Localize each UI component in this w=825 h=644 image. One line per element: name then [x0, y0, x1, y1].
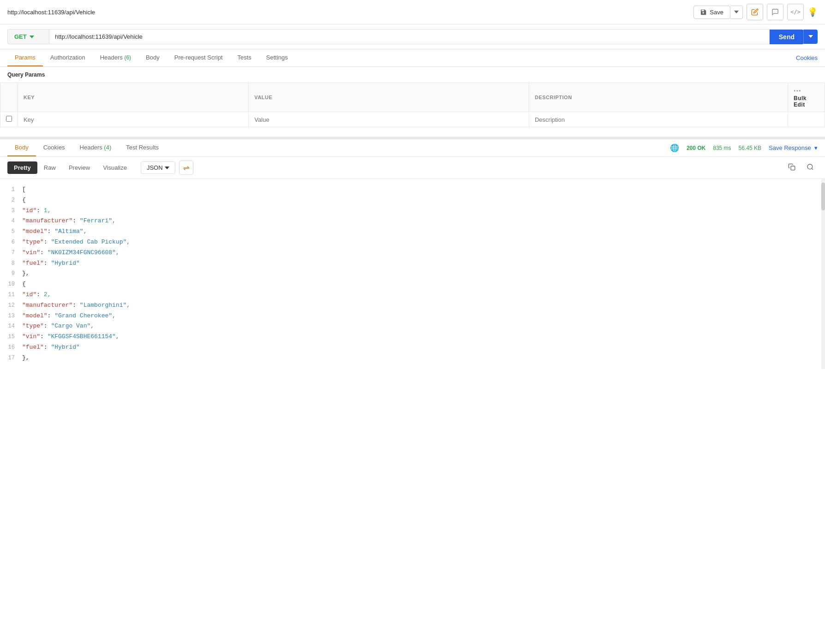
line-number: 5: [0, 227, 22, 236]
line-content: },: [22, 269, 825, 279]
send-label: Send: [779, 33, 795, 41]
code-button[interactable]: </>: [787, 4, 804, 20]
json-line: 4 "manufacturer": "Ferrari",: [0, 216, 825, 227]
method-select[interactable]: GET: [7, 29, 49, 44]
value-input[interactable]: [254, 116, 523, 123]
wrap-button[interactable]: ⇌: [179, 161, 193, 175]
globe-icon: 🌐: [670, 143, 679, 152]
tab-pre-request-script[interactable]: Pre-request Script: [167, 49, 230, 66]
value-cell[interactable]: [249, 112, 529, 127]
response-tab-cookies[interactable]: Cookies: [36, 139, 72, 156]
tab-tests[interactable]: Tests: [230, 49, 259, 66]
format-tab-raw[interactable]: Raw: [37, 161, 62, 174]
response-tab-body[interactable]: Body: [7, 139, 36, 156]
send-button[interactable]: Send: [770, 30, 804, 44]
json-line: 12 "manufacturer": "Lamborghini",: [0, 300, 825, 311]
cookies-link[interactable]: Cookies: [796, 50, 818, 66]
comment-icon: [771, 8, 779, 16]
col-desc: DESCRIPTION: [529, 83, 788, 112]
desc-cell[interactable]: [529, 112, 788, 127]
method-label: GET: [14, 33, 27, 40]
line-content: "manufacturer": "Lamborghini",: [22, 301, 825, 310]
response-status: 🌐 200 OK 835 ms 56.45 KB Save Response ▾: [670, 143, 818, 152]
scroll-indicator[interactable]: [821, 179, 825, 369]
tab-settings[interactable]: Settings: [259, 49, 295, 66]
json-line: 11 "id": 2,: [0, 290, 825, 300]
json-line: 3 "id": 1,: [0, 206, 825, 216]
save-icon: [700, 9, 707, 15]
json-line: 13 "model": "Grand Cherokee",: [0, 311, 825, 322]
comment-button[interactable]: [767, 4, 783, 20]
key-input[interactable]: [24, 116, 243, 123]
line-number: 9: [0, 269, 22, 278]
json-line: 1[: [0, 185, 825, 195]
request-tabs: Params Authorization Headers (6) Body Pr…: [0, 49, 825, 67]
line-content: "type": "Cargo Van",: [22, 322, 825, 331]
save-response-button[interactable]: Save Response ▾: [769, 144, 818, 151]
svg-rect-0: [791, 166, 795, 170]
json-line: 2 {: [0, 195, 825, 206]
more-options-icon[interactable]: ···: [794, 87, 801, 95]
line-content: "vin": "KFGGSF4SBHE661154",: [22, 332, 825, 342]
line-content: "id": 1,: [22, 206, 825, 216]
tab-body[interactable]: Body: [138, 49, 167, 66]
line-number: 10: [0, 280, 22, 289]
tab-headers[interactable]: Headers (6): [93, 49, 138, 66]
copy-button[interactable]: [784, 161, 799, 175]
send-chevron-icon: [808, 34, 813, 39]
json-line: 7 "vin": "NK0IZM34FGNC96608",: [0, 248, 825, 258]
line-number: 4: [0, 217, 22, 226]
tab-params[interactable]: Params: [7, 49, 43, 66]
chevron-down-icon: [734, 10, 739, 14]
json-container: 1[2 {3 "id": 1,4 "manufacturer": "Ferrar…: [0, 179, 825, 369]
format-bar: Pretty Raw Preview Visualize JSON ⇌: [0, 157, 825, 179]
format-tab-visualize[interactable]: Visualize: [96, 161, 133, 174]
line-number: 14: [0, 322, 22, 331]
tab-authorization[interactable]: Authorization: [43, 49, 93, 66]
line-number: 3: [0, 207, 22, 215]
search-icon: [807, 163, 814, 171]
save-dropdown-button[interactable]: [730, 6, 743, 19]
format-chevron-icon: [165, 166, 169, 170]
save-button[interactable]: Save: [693, 6, 730, 19]
col-key: KEY: [18, 83, 249, 112]
params-row-empty: [0, 112, 825, 127]
line-number: 6: [0, 238, 22, 247]
response-size: 56.45 KB: [739, 145, 761, 151]
line-content: "vin": "NK0IZM34FGNC96608",: [22, 248, 825, 258]
line-content: "id": 2,: [22, 290, 825, 300]
format-select[interactable]: JSON: [141, 161, 175, 174]
key-cell[interactable]: [18, 112, 249, 127]
bulk-edit-button[interactable]: Bulk Edit: [794, 95, 807, 108]
response-tab-test-results[interactable]: Test Results: [119, 139, 166, 156]
search-button[interactable]: [803, 161, 818, 175]
line-content: {: [22, 280, 825, 289]
json-line: 6 "type": "Extended Cab Pickup",: [0, 237, 825, 248]
col-checkbox: [0, 83, 18, 112]
json-line: 15 "vin": "KFGGSF4SBHE661154",: [0, 332, 825, 342]
top-bar-url: http://localhost:11639/api/Vehicle: [7, 9, 95, 16]
line-content: "model": "Altima",: [22, 227, 825, 237]
send-dropdown-button[interactable]: [803, 30, 818, 44]
svg-point-1: [807, 164, 813, 169]
desc-input[interactable]: [535, 116, 782, 123]
scroll-thumb: [821, 183, 825, 210]
json-line: 9 },: [0, 268, 825, 279]
line-number: 11: [0, 291, 22, 299]
edit-button[interactable]: [747, 4, 763, 20]
format-tab-preview[interactable]: Preview: [62, 161, 96, 174]
line-number: 16: [0, 343, 22, 352]
json-line: 14 "type": "Cargo Van",: [0, 321, 825, 332]
line-content: "model": "Grand Cherokee",: [22, 311, 825, 321]
wrap-icon: ⇌: [183, 163, 189, 172]
response-tab-headers[interactable]: Headers (4): [72, 139, 119, 156]
url-input[interactable]: [49, 29, 770, 44]
line-number: 13: [0, 312, 22, 321]
row-checkbox-cell: [0, 112, 18, 127]
line-content: [: [22, 185, 825, 195]
lightbulb-icon[interactable]: 💡: [807, 7, 818, 17]
row-checkbox[interactable]: [6, 116, 12, 122]
line-content: "fuel": "Hybrid": [22, 343, 825, 352]
format-tab-pretty[interactable]: Pretty: [7, 161, 37, 174]
response-tabs: Body Cookies Headers (4) Test Results 🌐 …: [0, 139, 825, 157]
